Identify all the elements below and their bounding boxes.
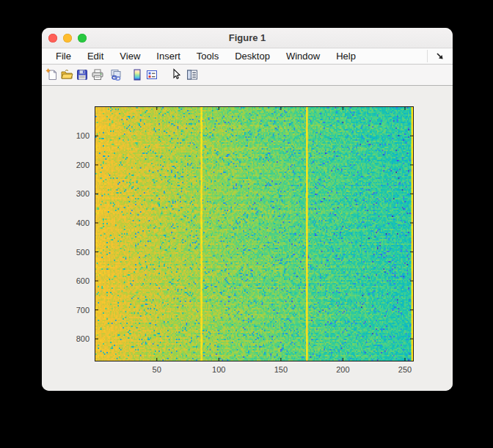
x-tick-label: 150 (269, 365, 293, 374)
open-file-icon (60, 68, 73, 81)
title-bar[interactable]: Figure 1 (42, 28, 453, 48)
insert-legend-icon (145, 68, 158, 81)
y-tick-label: 200 (65, 161, 90, 169)
menu-item-help[interactable]: Help (328, 48, 364, 64)
y-tick-label: 600 (65, 276, 90, 285)
x-tick-label: 100 (206, 365, 231, 374)
menu-overflow-arrow-icon[interactable] (435, 51, 445, 62)
y-tick-label: 300 (65, 189, 90, 198)
figure-window: Figure 1 File Edit View Insert Tools Des… (42, 28, 453, 391)
plot-tools-button[interactable] (186, 68, 199, 81)
insert-colorbar-icon (131, 68, 144, 81)
menu-divider (427, 50, 428, 62)
link-plot-icon (109, 68, 123, 81)
figure-canvas: 50100150200250100200300400500600700800 (42, 86, 453, 391)
y-tick-label: 800 (65, 334, 90, 343)
y-tick-label: 100 (65, 131, 90, 140)
print-button[interactable] (91, 68, 104, 81)
new-figure-button[interactable] (45, 68, 59, 81)
y-tick-label: 500 (65, 248, 90, 257)
pointer-icon (169, 68, 183, 81)
link-plot-button[interactable] (109, 68, 123, 81)
new-figure-icon (45, 68, 59, 81)
edit-plot-button[interactable] (169, 68, 183, 81)
plot-tools-icon (186, 68, 199, 81)
x-tick-label: 250 (392, 365, 417, 374)
y-tick-label: 400 (65, 219, 90, 227)
insert-legend-button[interactable] (145, 68, 158, 81)
menu-item-edit[interactable]: Edit (79, 48, 112, 64)
menu-item-tools[interactable]: Tools (189, 48, 227, 64)
menu-item-desktop[interactable]: Desktop (227, 48, 278, 64)
menu-item-file[interactable]: File (48, 48, 79, 64)
window-title: Figure 1 (42, 28, 453, 48)
menu-item-view[interactable]: View (112, 48, 148, 64)
print-icon (91, 68, 104, 81)
menu-item-insert[interactable]: Insert (148, 48, 189, 64)
x-tick-label: 200 (330, 365, 355, 374)
axes: 50100150200250100200300400500600700800 (95, 106, 414, 361)
save-icon (76, 68, 89, 81)
menu-item-window[interactable]: Window (278, 48, 328, 64)
insert-colorbar-button[interactable] (131, 68, 144, 81)
heatmap-image (95, 107, 413, 361)
save-button[interactable] (76, 68, 89, 81)
open-file-button[interactable] (60, 68, 73, 81)
menu-bar: File Edit View Insert Tools Desktop Wind… (42, 48, 453, 65)
y-tick-label: 700 (65, 306, 90, 315)
x-tick-label: 50 (145, 365, 169, 374)
toolbar (42, 65, 453, 86)
